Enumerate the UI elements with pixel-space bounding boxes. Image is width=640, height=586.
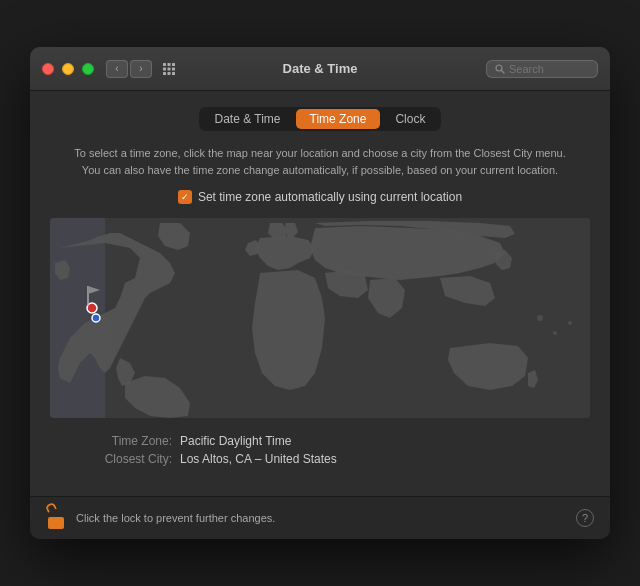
content-area: Date & Time Time Zone Clock To select a …: [30, 91, 610, 496]
window-title: Date & Time: [283, 61, 358, 76]
info-section: Time Zone: Pacific Daylight Time Closest…: [50, 434, 590, 466]
svg-rect-6: [163, 72, 166, 75]
auto-timezone-row: ✓ Set time zone automatically using curr…: [50, 190, 590, 204]
lock-shackle: [45, 502, 57, 513]
svg-point-15: [568, 321, 572, 325]
tab-group: Date & Time Time Zone Clock: [199, 107, 442, 131]
svg-point-14: [553, 331, 557, 335]
timezone-row: Time Zone: Pacific Daylight Time: [80, 434, 560, 448]
svg-rect-8: [172, 72, 175, 75]
back-button[interactable]: ‹: [106, 60, 128, 78]
svg-rect-1: [168, 63, 171, 66]
search-icon: [495, 64, 505, 74]
city-value: Los Altos, CA – United States: [180, 452, 337, 466]
svg-point-13: [537, 315, 543, 321]
timezone-map[interactable]: [50, 218, 590, 418]
svg-rect-7: [168, 72, 171, 75]
svg-rect-5: [172, 67, 175, 70]
tab-time-zone[interactable]: Time Zone: [296, 109, 381, 129]
forward-arrow-icon: ›: [139, 63, 142, 74]
auto-timezone-checkbox[interactable]: ✓: [178, 190, 192, 204]
maximize-button[interactable]: [82, 63, 94, 75]
forward-button[interactable]: ›: [130, 60, 152, 78]
tab-clock[interactable]: Clock: [381, 109, 439, 129]
auto-timezone-label: Set time zone automatically using curren…: [198, 190, 462, 204]
search-box[interactable]: [486, 60, 598, 78]
help-button[interactable]: ?: [576, 509, 594, 527]
description-text: To select a time zone, click the map nea…: [50, 145, 590, 178]
svg-rect-2: [172, 63, 175, 66]
svg-rect-4: [168, 67, 171, 70]
tab-date-time[interactable]: Date & Time: [201, 109, 295, 129]
svg-line-10: [502, 70, 505, 73]
location-blue-dot: [92, 314, 100, 322]
footer: Click the lock to prevent further change…: [30, 496, 610, 539]
world-map-svg: [50, 218, 590, 418]
search-input[interactable]: [509, 63, 589, 75]
tab-bar: Date & Time Time Zone Clock: [50, 107, 590, 131]
lock-icon[interactable]: [46, 507, 66, 529]
lock-description: Click the lock to prevent further change…: [76, 512, 566, 524]
titlebar: ‹ › Date & Time: [30, 47, 610, 91]
timezone-label: Time Zone:: [80, 434, 180, 448]
svg-rect-3: [163, 67, 166, 70]
main-window: ‹ › Date & Time: [30, 47, 610, 539]
city-label: Closest City:: [80, 452, 180, 466]
svg-rect-0: [163, 63, 166, 66]
city-row: Closest City: Los Altos, CA – United Sta…: [80, 452, 560, 466]
close-button[interactable]: [42, 63, 54, 75]
minimize-button[interactable]: [62, 63, 74, 75]
grid-icon: [162, 62, 176, 76]
timezone-value: Pacific Daylight Time: [180, 434, 291, 448]
lock-body: [48, 517, 64, 529]
traffic-lights: [42, 63, 94, 75]
nav-buttons: ‹ ›: [106, 60, 152, 78]
grid-button[interactable]: [160, 60, 178, 78]
back-arrow-icon: ‹: [115, 63, 118, 74]
